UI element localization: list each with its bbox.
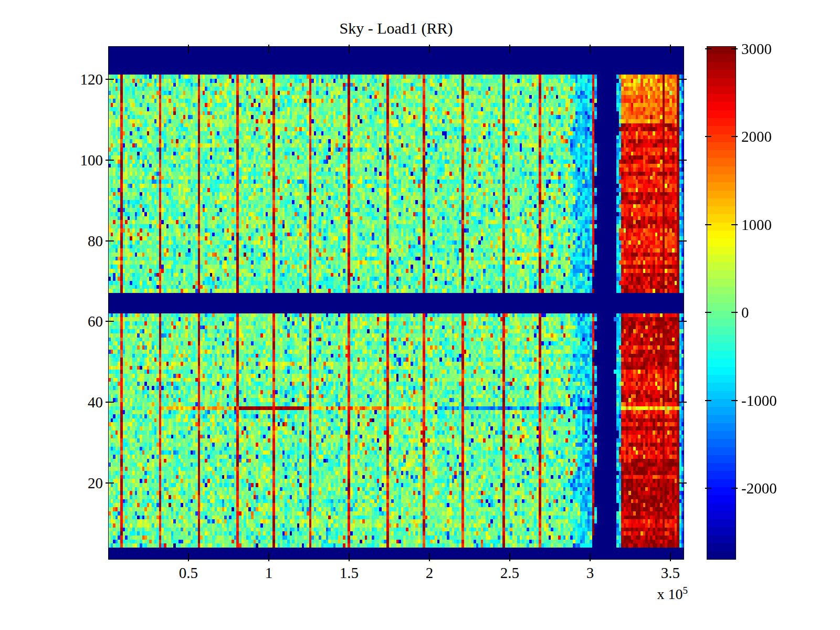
y-tick-label: 120 <box>61 70 103 88</box>
y-tick-label: 40 <box>61 393 103 411</box>
colorbar-tick-label: 1000 <box>741 216 810 234</box>
y-tick-mark <box>106 79 114 80</box>
colorbar-tick-mark <box>705 224 711 225</box>
x-tick-label: 0.5 <box>165 564 212 582</box>
colorbar-tick-label: -2000 <box>741 479 810 497</box>
chart-title: Sky - Load1 (RR) <box>108 19 684 38</box>
x-tick-label: 3 <box>566 564 614 582</box>
heatmap-plot-area <box>108 46 684 560</box>
colorbar-tick-mark-right <box>731 488 738 489</box>
y-tick-mark-right <box>678 321 687 322</box>
y-tick-mark <box>106 160 114 161</box>
matlab-figure: Sky - Load1 (RR) x 105 0.511.522.533.520… <box>0 0 840 630</box>
heatmap-canvas <box>108 46 684 560</box>
y-tick-mark-right <box>678 79 687 80</box>
x-tick-mark <box>509 553 510 561</box>
colorbar-tick-mark <box>705 136 711 137</box>
x-tick-mark-top <box>590 45 591 53</box>
x-tick-mark-top <box>349 45 350 53</box>
colorbar-tick-mark-right <box>731 224 738 225</box>
x-tick-mark <box>429 553 430 561</box>
colorbar-tick-mark-right <box>731 312 738 313</box>
y-tick-mark <box>106 321 114 322</box>
colorbar-tick-label: 0 <box>741 303 810 321</box>
y-tick-label: 100 <box>61 151 103 169</box>
x-tick-mark <box>349 553 350 561</box>
colorbar-tick-label: 3000 <box>741 40 810 58</box>
colorbar-tick-mark-right <box>731 400 738 401</box>
y-tick-label: 20 <box>61 474 103 492</box>
x-tick-mark <box>590 553 591 561</box>
x-tick-mark <box>188 553 189 561</box>
y-tick-mark-right <box>678 482 687 484</box>
x-tick-label: 1 <box>245 564 292 582</box>
x-tick-mark-top <box>429 45 430 53</box>
y-tick-mark-right <box>678 402 687 403</box>
y-tick-label: 80 <box>61 232 103 250</box>
x-tick-label: 2.5 <box>486 564 533 582</box>
x-tick-label: 1.5 <box>326 564 373 582</box>
colorbar-tick-label: 2000 <box>741 128 810 145</box>
colorbar <box>707 46 736 560</box>
x-tick-label: 2 <box>406 564 453 582</box>
y-tick-mark-right <box>678 160 687 161</box>
y-tick-label: 60 <box>61 312 103 330</box>
colorbar-tick-mark <box>705 488 711 489</box>
colorbar-tick-mark <box>705 48 711 49</box>
y-tick-mark-right <box>678 240 687 242</box>
colorbar-tick-mark-right <box>731 48 738 49</box>
colorbar-tick-mark <box>705 312 711 313</box>
x-tick-mark-top <box>670 45 671 53</box>
colorbar-tick-mark-right <box>731 136 738 137</box>
x-tick-mark-top <box>268 45 269 53</box>
x-tick-mark <box>670 553 671 561</box>
x-tick-label: 3.5 <box>647 564 694 582</box>
colorbar-tick-mark <box>705 400 711 401</box>
y-tick-mark <box>106 240 114 242</box>
x-axis-exponent-label: x 105 <box>588 584 688 605</box>
y-tick-mark <box>106 402 114 403</box>
y-tick-mark <box>106 482 114 484</box>
colorbar-tick-label: -1000 <box>741 392 810 410</box>
x-tick-mark-top <box>188 45 189 53</box>
x-tick-mark <box>268 553 269 561</box>
colorbar-canvas <box>707 46 736 560</box>
x-tick-mark-top <box>509 45 510 53</box>
